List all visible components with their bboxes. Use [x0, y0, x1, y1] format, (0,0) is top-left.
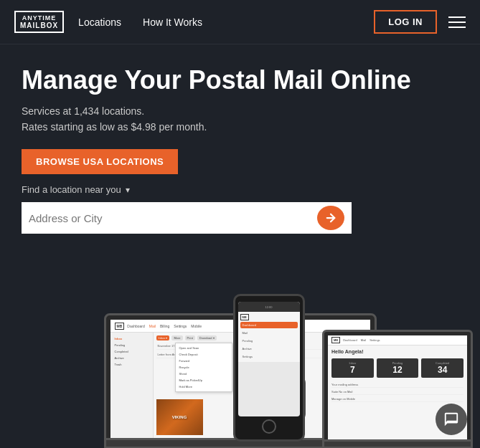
- phone-home-button[interactable]: [262, 419, 276, 434]
- screen-nav: Dashboard Mail Billing Settings Mobile: [127, 324, 202, 328]
- subtitle-line1: Services at 1,434 locations.: [22, 103, 458, 119]
- dropdown-hold-more: Hold More: [176, 383, 232, 390]
- nav-locations[interactable]: Locations: [78, 16, 121, 28]
- search-input[interactable]: [29, 212, 317, 224]
- dropdown-open-scan: Open and Scan: [176, 345, 232, 351]
- phone-screen-body: MB Dashboard Mail Pending Archive Settin…: [238, 312, 300, 362]
- dropdown-mark-as-pickup: Mark as PickedUp: [176, 377, 232, 383]
- screen-sidebar: Inbox Pending Completed Archive Trash: [110, 333, 154, 438]
- devices-section: MB Dashboard Mail Billing Settings Mobil…: [0, 255, 480, 448]
- monitor-topbar: MB Dashboard Mail Settings: [328, 335, 467, 345]
- subtitle-line2: Rates starting as low as $4.98 per month…: [22, 119, 458, 135]
- hero-title: Manage Your Postal Mail Online: [22, 66, 458, 95]
- phone-nav-dashboard: Dashboard: [240, 322, 298, 328]
- header-right: LOG IN: [374, 10, 466, 34]
- monitor-row-3: Manage on Mobile: [331, 396, 463, 402]
- header: ANYTIME MAILBOX Locations How It Works L…: [0, 0, 480, 44]
- toolbar-print: Print: [185, 335, 195, 340]
- hamburger-line-1: [448, 16, 466, 18]
- screen-sidebar-archive: Archive: [113, 355, 150, 361]
- phone-nav-pending: Pending: [240, 338, 298, 344]
- toolbar-download: Download ▾: [197, 335, 217, 340]
- screen-sidebar-pending: Pending: [113, 342, 150, 348]
- phone-screen: 12:00 MB Dashboard Mail Pending Archive …: [238, 302, 300, 416]
- screen-nav-settings: Settings: [174, 324, 187, 328]
- stat-inbox-value: 7: [334, 365, 371, 375]
- screen-sidebar-completed: Completed: [113, 348, 150, 355]
- monitor-stats: Inbox 7 Pending 12 Completed 34: [331, 358, 463, 378]
- viking-text: VIKING: [172, 415, 187, 419]
- login-button[interactable]: LOG IN: [374, 10, 437, 34]
- dropdown-recycle: Recycle: [176, 364, 232, 371]
- stat-inbox: Inbox 7: [331, 358, 374, 378]
- phone-outer: 12:00 MB Dashboard Mail Pending Archive …: [233, 294, 305, 442]
- stat-pending-value: 12: [380, 365, 416, 375]
- arrow-right-icon: [324, 211, 337, 224]
- chat-icon: [443, 411, 459, 427]
- monitor-hello: Hello Angela!: [331, 349, 463, 354]
- screen-image-preview: VIKING: [156, 399, 203, 435]
- find-location-label: Find a location near you: [22, 184, 121, 195]
- monitor-body: Hello Angela! Inbox 7 Pending 12 Complet…: [328, 345, 467, 406]
- hamburger-line-2: [448, 22, 466, 23]
- monitor-logo: MB: [331, 337, 340, 343]
- stat-pending: Pending 12: [377, 358, 419, 378]
- monitor-rows: Your mailing address Suite No on Mail Ma…: [331, 382, 463, 402]
- monitor-nav-settings: Settings: [370, 338, 380, 342]
- screen-dropdown: Open and Scan Check Deposit Forward Recy…: [175, 343, 232, 392]
- dropdown-forward: Forward: [176, 358, 232, 364]
- phone-nav-archive: Archive: [240, 345, 298, 352]
- nav-how-it-works[interactable]: How It Works: [143, 16, 202, 28]
- logo[interactable]: ANYTIME MAILBOX: [14, 11, 64, 33]
- screen-nav-mail: Mail: [149, 324, 156, 328]
- dropdown-shred: Shred: [176, 371, 232, 377]
- monitor-nav-mail: Mail: [361, 338, 366, 342]
- phone-app-logo: MB: [240, 314, 249, 320]
- stat-completed-value: 34: [424, 365, 461, 375]
- stat-completed: Completed 34: [421, 358, 463, 378]
- phone-nav-mail: Mail: [240, 330, 298, 336]
- logo-anytime: ANYTIME: [22, 14, 57, 22]
- screen-nav-billing: Billing: [160, 324, 169, 328]
- screen-nav-mobile: Mobile: [191, 324, 202, 328]
- phone-status-bar: 12:00: [265, 305, 272, 309]
- nav: Locations How It Works: [78, 16, 374, 28]
- hero-subtitle: Services at 1,434 locations. Rates start…: [22, 103, 458, 135]
- find-location-toggle[interactable]: Find a location near you ▾: [22, 184, 458, 195]
- screen-logo: MB: [115, 323, 125, 330]
- chat-button[interactable]: [436, 404, 467, 435]
- screen-nav-dashboard: Dashboard: [127, 324, 144, 328]
- hamburger-menu[interactable]: [448, 16, 466, 28]
- hamburger-line-3: [448, 27, 466, 28]
- phone-nav-settings: Settings: [240, 353, 298, 360]
- phone-device: 12:00 MB Dashboard Mail Pending Archive …: [233, 294, 305, 442]
- chevron-down-icon: ▾: [126, 185, 130, 195]
- monitor-nav-dashboard: Dashboard: [343, 338, 357, 342]
- logo-mailbox: MAILBOX: [20, 22, 58, 29]
- dropdown-check-deposit: Check Deposit: [176, 351, 232, 358]
- browse-usa-button[interactable]: BROWSE USA LOCATIONS: [22, 149, 178, 174]
- monitor-row-2: Suite No on Mail: [331, 389, 463, 395]
- monitor-base: [322, 442, 473, 448]
- screen-sidebar-trash: Trash: [113, 361, 150, 368]
- hero-section: Manage Your Postal Mail Online Services …: [0, 44, 480, 248]
- monitor-row-1: Your mailing address: [331, 382, 463, 388]
- monitor-nav: Dashboard Mail Settings: [343, 338, 463, 342]
- search-bar: [22, 202, 352, 234]
- toolbar-inbox: Inbox ▾: [156, 335, 170, 340]
- phone-screen-header: 12:00: [238, 302, 300, 312]
- screen-sidebar-inbox: Inbox: [113, 335, 150, 342]
- search-button[interactable]: [317, 206, 344, 230]
- toolbar-more: More: [171, 335, 182, 340]
